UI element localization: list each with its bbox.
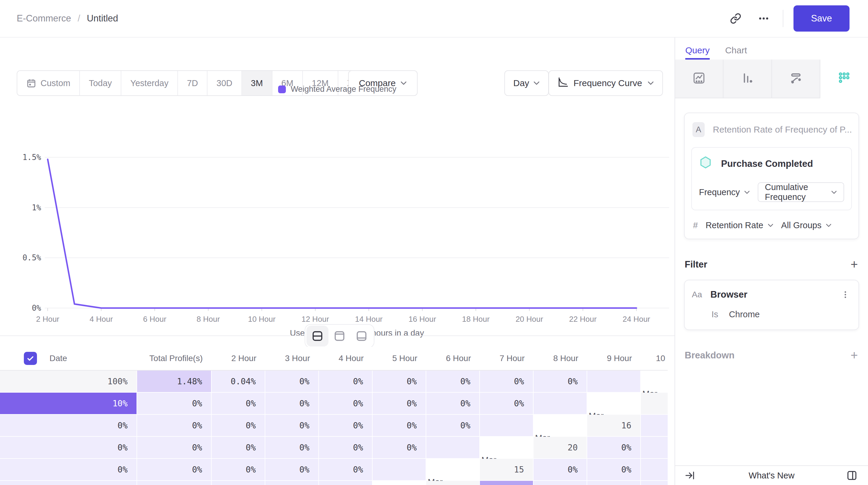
column-header[interactable]: 9 Hour — [587, 347, 641, 370]
retention-cell: 1.48% — [137, 370, 212, 393]
filter-value[interactable]: Chrome — [729, 310, 760, 319]
group-dropdown[interactable]: All Groups — [781, 221, 832, 230]
series-row: A Retention Rate of Frequency of P... — [691, 122, 852, 137]
copy-link-icon[interactable] — [727, 9, 745, 27]
retention-cell: 0% — [137, 481, 212, 485]
column-header[interactable]: 5 Hour — [373, 347, 426, 370]
table-bottom-view-button[interactable] — [350, 326, 373, 347]
split-panel-icon[interactable] — [846, 470, 858, 481]
x-axis-tick: 10 Hour — [248, 315, 276, 324]
retention-cell: 0% — [212, 481, 265, 485]
measure-value-dropdown[interactable]: Cumulative Frequency — [758, 182, 844, 202]
breadcrumb-project[interactable]: E-Commerce — [17, 13, 71, 24]
x-axis-tick: 20 Hour — [516, 315, 544, 324]
retention-cell: 0% — [319, 393, 373, 415]
event-name: Purchase Completed — [721, 159, 813, 169]
retention-cell — [319, 481, 373, 485]
breadcrumb-report-title[interactable]: Untitled — [87, 13, 118, 24]
retention-cell: 0% — [0, 415, 137, 437]
measure-row: Frequency Cumulative Frequency — [699, 182, 844, 202]
retention-cell: 0% — [319, 437, 373, 459]
filter-kebab-icon[interactable] — [839, 289, 851, 300]
measure-type-dropdown[interactable]: Frequency — [699, 187, 750, 197]
collapse-sidebar-icon[interactable] — [685, 471, 695, 481]
retention-cell — [480, 415, 533, 437]
retention-cell: 0% — [426, 370, 480, 393]
sidebar-footer: What's New — [675, 465, 868, 485]
retention-cell: 0% — [426, 415, 480, 437]
column-header[interactable]: 3 Hour — [265, 347, 319, 370]
column-header[interactable]: 6 Hour — [426, 347, 480, 370]
breakdown-title: Breakdown — [685, 350, 735, 361]
select-all-checkbox[interactable] — [24, 352, 37, 365]
add-filter-button[interactable]: + — [850, 258, 858, 271]
report-type-insights[interactable] — [675, 60, 723, 98]
filter-operator[interactable]: Is — [712, 310, 718, 319]
column-header[interactable]: 8 Hour — [533, 347, 587, 370]
table-row-label[interactable]: Mar 8, 2023 — [373, 481, 428, 485]
aggregation-row: # Retention Rate All Groups — [691, 221, 852, 230]
query-definition-card: A Retention Rate of Frequency of P... Pu… — [684, 112, 859, 239]
filter-property-row[interactable]: Aa Browser — [692, 289, 851, 300]
aggregation-prefix: # — [693, 221, 698, 230]
more-menu-icon[interactable] — [755, 9, 773, 27]
save-button[interactable]: Save — [794, 5, 849, 32]
tab-query[interactable]: Query — [685, 45, 710, 60]
x-axis-tick: 14 Hour — [355, 315, 383, 324]
whats-new-link[interactable]: What's New — [675, 471, 868, 481]
x-axis-tick: 8 Hour — [197, 315, 220, 324]
group-label: All Groups — [781, 221, 822, 230]
column-header[interactable]: Total Profile(s) — [137, 347, 212, 370]
y-axis-tick: 1% — [8, 203, 41, 212]
retention-cell: 0% — [212, 437, 265, 459]
filter-card: Aa Browser Is Chrome — [684, 280, 859, 330]
retention-cell: 0% — [0, 481, 137, 485]
sidebar-tabs: Query Chart — [675, 37, 868, 60]
report-type-funnels[interactable] — [723, 60, 772, 98]
filter-property-name: Browser — [710, 289, 831, 300]
column-header[interactable]: 2 Hour — [212, 347, 265, 370]
results-table: DateTotal Profile(s)2 Hour3 Hour4 Hour5 … — [0, 347, 668, 485]
report-type-retention[interactable] — [820, 60, 868, 98]
tab-chart[interactable]: Chart — [725, 45, 747, 60]
sidebar: Query Chart A Retention Rate of Frequenc… — [675, 37, 868, 485]
retention-cell: 0% — [373, 415, 426, 437]
event-card: Purchase Completed Frequency Cumulative … — [691, 147, 852, 210]
insights-icon — [692, 71, 706, 86]
retention-cell: 0% — [533, 459, 587, 481]
top-header: E-Commerce / Untitled Save — [0, 0, 868, 37]
header-actions: Save — [727, 5, 849, 32]
total-profiles-cell: 16 — [587, 415, 641, 437]
y-axis-tick: 0% — [8, 303, 41, 313]
retention-cell: 0% — [265, 459, 319, 481]
series-name-input[interactable]: Retention Rate of Frequency of P... — [713, 125, 852, 135]
string-property-icon: Aa — [692, 290, 702, 299]
column-header[interactable]: 4 Hour — [319, 347, 373, 370]
report-type-flows[interactable] — [772, 60, 820, 98]
total-profiles-cell: 20 — [533, 437, 587, 459]
retention-cell: 0% — [480, 393, 533, 415]
retention-cell: 0% — [319, 415, 373, 437]
x-axis-tick: 6 Hour — [143, 315, 166, 324]
event-row[interactable]: Purchase Completed — [699, 156, 844, 171]
retention-cell: 0% — [212, 393, 265, 415]
retention-cell — [587, 370, 641, 393]
aggregation-dropdown[interactable]: Retention Rate — [706, 221, 773, 230]
frequency-curve-chart: 0%0.5%1%1.5%2 Hour4 Hour6 Hour8 Hour10 H… — [0, 96, 675, 337]
x-axis-tick: 16 Hour — [409, 315, 436, 324]
main-panel: CustomTodayYesterday7D30D3M6M12MXTD Comp… — [0, 37, 675, 485]
retention-cell — [533, 393, 587, 415]
retention-cell: 0% — [533, 370, 587, 393]
chart-only-view-button[interactable] — [329, 326, 350, 347]
split-view-button[interactable] — [306, 326, 329, 347]
column-header-date[interactable]: Date — [0, 347, 137, 370]
chart-canvas — [0, 96, 675, 337]
report-type-tabs — [675, 60, 868, 98]
retention-cell: 0% — [426, 393, 480, 415]
retention-cell: 4.55% — [480, 481, 533, 485]
retention-cell: 0% — [641, 415, 668, 437]
column-header[interactable]: 7 Hour — [480, 347, 533, 370]
column-header[interactable]: 10 Hour — [641, 347, 668, 370]
add-breakdown-button[interactable]: + — [850, 349, 858, 362]
retention-cell: 0% — [373, 393, 426, 415]
